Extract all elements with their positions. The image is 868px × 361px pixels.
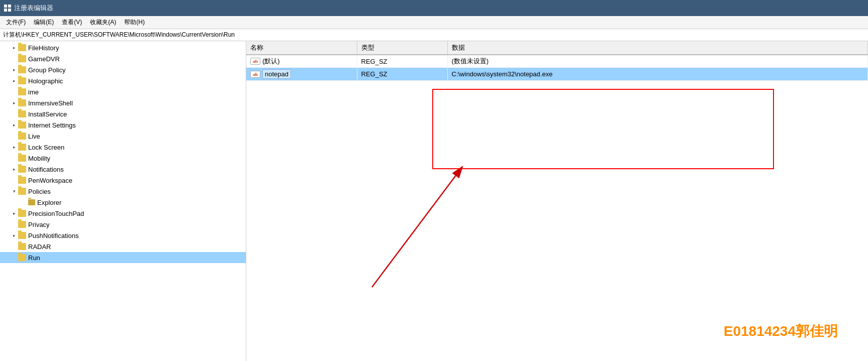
- tree-item-label: Explorer: [37, 199, 61, 206]
- tree-arrow-icon: [10, 55, 18, 63]
- tree-item-label: InstallService: [28, 110, 67, 118]
- tree-item-label: Holographic: [28, 77, 63, 85]
- folder-icon: [18, 77, 26, 84]
- tree-item-label: GameDVR: [28, 55, 60, 63]
- tree-item[interactable]: ▸Notifications: [0, 164, 246, 175]
- menu-edit[interactable]: 编辑(E): [30, 17, 58, 28]
- windows-icon: [4, 5, 11, 12]
- tree-arrow-icon: [10, 243, 18, 251]
- tree-item[interactable]: ▸Holographic: [0, 75, 246, 86]
- tree-item-label: Run: [28, 254, 40, 262]
- folder-icon: [28, 199, 35, 205]
- tree-item[interactable]: ▸Group Policy: [0, 64, 246, 75]
- registry-table: 名称 类型 数据 ab(默认)REG_SZ(数值未设置)abnotepadREG…: [246, 41, 868, 361]
- tree-item[interactable]: PenWorkspace: [0, 175, 246, 186]
- folder-icon: [18, 133, 26, 140]
- tree-arrow-icon: ▸: [10, 44, 18, 52]
- folder-icon: [18, 221, 26, 228]
- tree-item[interactable]: GameDVR: [0, 53, 246, 64]
- tree-item[interactable]: ▸ImmersiveShell: [0, 97, 246, 108]
- tree-arrow-icon: [10, 254, 18, 262]
- tree-item-label: PushNotifications: [28, 232, 78, 239]
- menu-help[interactable]: 帮助(H): [120, 17, 149, 28]
- tree-arrow-icon: [20, 198, 28, 206]
- menu-favorites[interactable]: 收藏夹(A): [86, 17, 120, 28]
- tree-item[interactable]: Explorer: [0, 197, 246, 208]
- reg-type: REG_SZ: [357, 68, 447, 81]
- reg-name: (默认): [262, 57, 280, 66]
- tree-item-label: Group Policy: [28, 66, 65, 74]
- tree-item[interactable]: ▸Lock Screen: [0, 142, 246, 153]
- menu-view[interactable]: 查看(V): [58, 17, 86, 28]
- app-title: 注册表编辑器: [14, 4, 53, 13]
- folder-icon: [18, 210, 26, 217]
- menu-bar: 文件(F) 编辑(E) 查看(V) 收藏夹(A) 帮助(H): [0, 16, 868, 29]
- tree-arrow-icon: [10, 132, 18, 140]
- folder-icon: [18, 110, 26, 117]
- tree-arrow-icon: [10, 88, 18, 96]
- tree-item[interactable]: ▾Policies: [0, 186, 246, 197]
- tree-arrow-icon: ▸: [10, 77, 18, 85]
- tree-arrow-icon: [10, 220, 18, 228]
- menu-file[interactable]: 文件(F): [2, 17, 30, 28]
- tree-item-label: Notifications: [28, 166, 64, 173]
- tree-item-label: PrecisionTouchPad: [28, 210, 84, 217]
- right-panel: 名称 类型 数据 ab(默认)REG_SZ(数值未设置)abnotepadREG…: [246, 41, 868, 361]
- tree-item-label: PenWorkspace: [28, 177, 72, 184]
- tree-arrow-icon: [10, 154, 18, 162]
- registry-data-table: 名称 类型 数据 ab(默认)REG_SZ(数值未设置)abnotepadREG…: [246, 41, 868, 81]
- tree-arrow-icon: ▸: [10, 209, 18, 217]
- reg-name: notepad: [262, 69, 291, 79]
- tree-arrow-icon: ▸: [10, 66, 18, 74]
- tree-arrow-icon: ▸: [10, 121, 18, 129]
- tree-item-label: Privacy: [28, 221, 50, 228]
- folder-icon: [18, 177, 26, 184]
- table-row[interactable]: abnotepadREG_SZC:\windows\system32\notep…: [246, 68, 868, 81]
- tree-item[interactable]: ▸FileHistory: [0, 42, 246, 53]
- title-bar: 注册表编辑器: [0, 0, 868, 16]
- tree-item[interactable]: Run: [0, 252, 246, 263]
- folder-icon: [18, 55, 26, 62]
- reg-type-icon: ab: [250, 58, 260, 65]
- tree-arrow-icon: ▾: [10, 187, 18, 195]
- col-data: 数据: [447, 41, 868, 55]
- tree-arrow-icon: ▸: [10, 99, 18, 107]
- tree-arrow-icon: ▸: [10, 143, 18, 151]
- folder-icon: [18, 122, 26, 129]
- tree-item[interactable]: Privacy: [0, 219, 246, 230]
- folder-icon: [18, 44, 26, 51]
- tree-item-label: Lock Screen: [28, 144, 64, 151]
- folder-icon: [18, 254, 26, 261]
- tree-item-label: Mobility: [28, 155, 50, 162]
- folder-icon: [18, 99, 26, 106]
- table-row[interactable]: ab(默认)REG_SZ(数值未设置): [246, 55, 868, 68]
- tree-item[interactable]: Mobility: [0, 153, 246, 164]
- tree-item-label: ImmersiveShell: [28, 99, 73, 107]
- reg-type: REG_SZ: [357, 55, 447, 68]
- tree-item-label: Internet Settings: [28, 122, 76, 129]
- tree-item-label: FileHistory: [28, 44, 59, 52]
- col-type: 类型: [357, 41, 447, 55]
- tree-item[interactable]: Live: [0, 131, 246, 142]
- tree-item[interactable]: ▸PushNotifications: [0, 230, 246, 241]
- tree-item[interactable]: ime: [0, 86, 246, 97]
- main-content: ▸FileHistoryGameDVR▸Group Policy▸Hologra…: [0, 41, 868, 361]
- tree-arrow-icon: ▸: [10, 165, 18, 173]
- reg-type-icon: ab: [250, 71, 260, 78]
- tree-scroll[interactable]: ▸FileHistoryGameDVR▸Group Policy▸Hologra…: [0, 41, 246, 361]
- folder-icon: [18, 243, 26, 250]
- tree-arrow-icon: ▸: [10, 231, 18, 239]
- tree-item[interactable]: ▸PrecisionTouchPad: [0, 208, 246, 219]
- tree-item[interactable]: RADAR: [0, 241, 246, 252]
- address-path: 计算机\HKEY_CURRENT_USER\SOFTWARE\Microsoft…: [3, 31, 235, 39]
- address-bar: 计算机\HKEY_CURRENT_USER\SOFTWARE\Microsoft…: [0, 29, 868, 41]
- tree-item[interactable]: InstallService: [0, 108, 246, 119]
- folder-icon: [18, 166, 26, 173]
- folder-icon: [18, 144, 26, 151]
- folder-icon: [18, 88, 26, 95]
- tree-item[interactable]: ▸Internet Settings: [0, 119, 246, 131]
- folder-icon: [18, 232, 26, 239]
- col-name: 名称: [246, 41, 357, 55]
- tree-item-label: Live: [28, 133, 40, 140]
- tree-item-label: Policies: [28, 188, 51, 195]
